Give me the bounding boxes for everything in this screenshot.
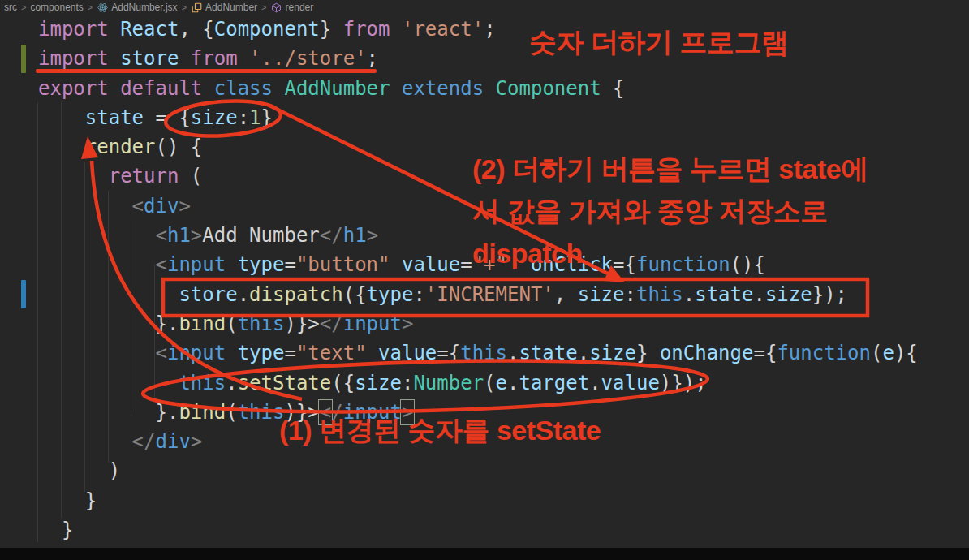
code-token: , { (179, 18, 213, 41)
code-token (390, 253, 402, 276)
code-token (179, 47, 190, 70)
code-token: render (85, 136, 156, 158)
code-token: . (226, 372, 237, 394)
code-token (38, 430, 132, 453)
code-token: ( (226, 401, 237, 424)
code-token: from (191, 47, 238, 70)
code-token: div (156, 430, 191, 453)
code-token: size (355, 372, 402, 394)
code-line-4[interactable]: state = {size:1} (38, 103, 918, 132)
code-line-12[interactable]: <input type="text" value={this.state.siz… (38, 338, 918, 368)
code-token: : (402, 372, 413, 394)
code-token (484, 77, 495, 100)
code-token: ( (871, 342, 882, 364)
breadcrumb-item-render[interactable]: render (271, 2, 314, 13)
code-token: class (214, 77, 273, 100)
code-token: </ (320, 224, 343, 247)
code-token: value (601, 372, 660, 394)
code-token: () { (156, 136, 203, 158)
annotation-title: 숫자 더하기 프로그램 (529, 24, 788, 62)
gutter-added-indicator (21, 45, 26, 73)
code-token: }. (38, 401, 179, 424)
breadcrumb-item-components[interactable]: components (30, 2, 83, 13)
code-token (273, 77, 284, 100)
code-token (38, 342, 156, 364)
code-token: size (765, 283, 812, 306)
code-line-18[interactable]: } (38, 515, 918, 545)
code-token: > (191, 430, 202, 453)
vscode-editor-window: src>components>AddNumber.jsx>AddNumber>r… (0, 0, 969, 560)
breadcrumb-item-addnumber-jsx[interactable]: AddNumber.jsx (97, 2, 177, 13)
code-token: : (238, 106, 249, 129)
code-token (38, 372, 179, 394)
code-token: }. (38, 312, 179, 335)
code-token: < (156, 253, 167, 276)
code-token: Number (413, 372, 484, 394)
code-token: } (636, 342, 660, 364)
code-token: } (320, 18, 343, 41)
code-line-16[interactable]: ) (38, 456, 918, 485)
code-token: bind (179, 401, 226, 424)
breadcrumb-label: AddNumber (205, 2, 257, 13)
breadcrumb-item-addnumber[interactable]: AddNumber (191, 2, 257, 13)
breadcrumb-separator: > (88, 2, 93, 12)
code-token: = (284, 342, 295, 364)
code-token: size (578, 283, 625, 306)
code-token: ={ (437, 342, 460, 364)
code-token: > (367, 224, 378, 247)
code-token: type (367, 283, 414, 306)
code-line-13[interactable]: this.setState({size:Number(e.target.valu… (38, 368, 918, 398)
code-token: 1 (249, 106, 261, 129)
code-line-11[interactable]: }.bind(this)}></input> (38, 309, 918, 338)
code-token: ){ (894, 342, 918, 364)
code-token: { (601, 77, 625, 100)
code-token: : (413, 283, 424, 306)
code-token (38, 195, 132, 218)
method-icon (271, 2, 282, 13)
code-token: React (120, 18, 179, 41)
code-token: ) (38, 459, 120, 482)
code-token: state (519, 342, 577, 364)
code-line-17[interactable]: } (38, 486, 918, 515)
code-token: ( (226, 312, 237, 335)
code-token: function (777, 342, 871, 364)
code-line-10[interactable]: store.dispatch({type:'INCREMENT', size:t… (38, 280, 918, 309)
code-token: < (132, 195, 144, 218)
code-token: "text" (296, 342, 367, 364)
code-token: import (38, 18, 109, 41)
code-token: target (519, 372, 589, 394)
breadcrumb-separator: > (182, 2, 187, 12)
code-token: size (191, 106, 238, 129)
code-token (38, 165, 109, 187)
code-token: this (636, 283, 683, 306)
code-token: </ (132, 430, 156, 453)
code-token: this (460, 342, 507, 364)
code-token: e (496, 372, 507, 394)
code-token: bind (179, 312, 226, 335)
code-token: > (191, 224, 202, 247)
code-token: type (238, 253, 285, 276)
code-token: from (343, 18, 390, 41)
code-token (109, 18, 120, 41)
code-token: type (238, 342, 285, 364)
code-token (38, 106, 85, 129)
code-token: > (179, 195, 190, 218)
code-token: h1 (343, 224, 367, 247)
code-token: . (238, 283, 249, 306)
code-token (367, 342, 378, 364)
code-token: ={ (753, 342, 777, 364)
code-token: '../store' (249, 47, 367, 70)
code-line-3[interactable]: export default class AddNumber extends C… (38, 74, 918, 103)
code-token: setState (238, 372, 332, 394)
code-token (38, 283, 179, 306)
code-token: dispatch (249, 283, 343, 306)
code-token: input (343, 312, 402, 335)
gutter-modified-indicator (21, 280, 26, 308)
code-token: , (554, 283, 578, 306)
code-token: . (589, 372, 601, 394)
code-token: ( (179, 165, 202, 187)
code-token: h1 (167, 224, 191, 247)
breadcrumb-item-src[interactable]: src (4, 2, 17, 13)
code-token: ; (367, 47, 378, 70)
bottom-edge-bar (0, 548, 969, 560)
